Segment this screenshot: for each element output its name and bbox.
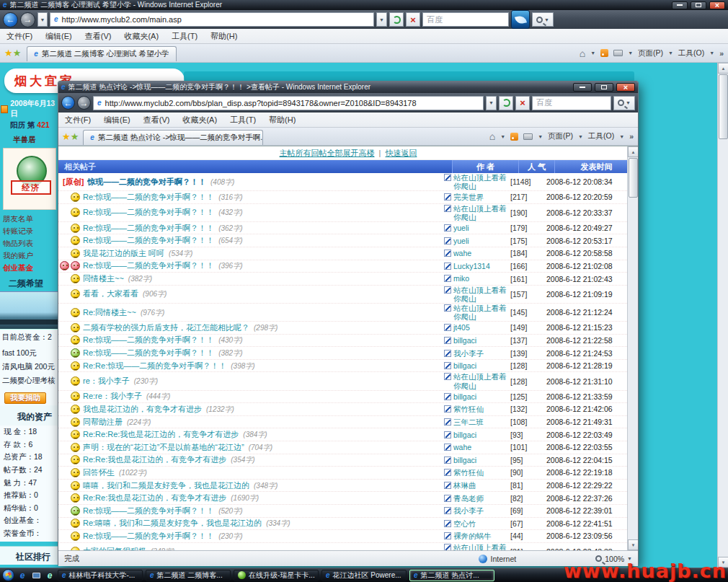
post-title-link[interactable]: re：我小李子(230字) (83, 376, 444, 387)
post-title-link[interactable]: 二频有学校的强力后盾支持，花江怎能相比呢？(298字) (83, 322, 444, 333)
post-title-link[interactable]: Re:Re:惊现——二频的竞争对手啊？！！(398字) (83, 361, 444, 371)
popup-address-dropdown[interactable]: ▼ (486, 96, 497, 110)
post-title-link[interactable]: Re:惊现——二频的竞争对手啊？！！(432字) (83, 207, 444, 218)
author-link[interactable]: 完美世界 (453, 193, 484, 201)
address-dropdown[interactable]: ▼ (376, 12, 387, 27)
feeds-icon[interactable] (600, 49, 608, 57)
post-title-link[interactable]: Re:Re:我也是花江边的，有竞争才有进步(1690字) (83, 493, 444, 503)
popup-maximize-button[interactable] (595, 83, 613, 92)
author-link[interactable]: billgaci (453, 392, 476, 401)
post-title-link[interactable]: Re:惊现——二频的竞争对手啊？！！(430字) (83, 335, 444, 345)
post-title-link[interactable]: Re:惊现——二频的竞争对手啊？！！(396字) (83, 260, 444, 271)
post-title-link[interactable]: 我也是花江边的，有竞争才有进步(1232字) (83, 404, 444, 415)
minimize-button[interactable] (672, 1, 688, 9)
forward-button[interactable]: → (20, 12, 35, 27)
post-title-link[interactable]: 声明：现在的“花江边”不是以前基地的“花江边”(704字) (83, 442, 444, 453)
quick-return-link[interactable]: 快速返回 (385, 148, 417, 159)
sidebar-link-fund[interactable]: 创业基金 (0, 262, 58, 273)
menu-item[interactable]: 帮助(H) (204, 30, 244, 43)
author-link[interactable]: billgaci (453, 361, 476, 370)
post-title-link[interactable]: 惊现——二频的竞争对手啊？！！(408字) (87, 177, 444, 188)
author-link[interactable]: yueli (453, 224, 469, 232)
popup-search-input[interactable]: 百度 (532, 96, 611, 110)
page-menu[interactable]: 页面(P) (548, 131, 573, 141)
scroll-thumb[interactable] (719, 74, 728, 139)
popup-address-bar[interactable]: e http://www.myclub2.com/bbs/plan_disp.a… (93, 96, 484, 110)
menu-item[interactable]: 收藏夹(A) (176, 113, 223, 127)
author-link[interactable]: Lucky1314 (453, 262, 490, 270)
popup-search-go-button[interactable]: ▼ (613, 96, 635, 110)
scroll-up-arrow[interactable]: ▲ (718, 63, 728, 74)
menu-item[interactable]: 编辑(E) (97, 113, 137, 127)
scroll-thumb[interactable] (629, 158, 638, 198)
popup-refresh-button[interactable] (499, 96, 513, 110)
home-icon[interactable]: ⌂ (580, 48, 585, 58)
main-scrollbar[interactable]: ▲ ▼ (717, 63, 728, 568)
home-icon[interactable]: ⌂ (489, 131, 495, 141)
sidebar-link[interactable]: 转账记录 (3, 225, 58, 237)
author-link[interactable]: 青岛老师 (453, 494, 484, 503)
tools-menu[interactable]: 工具(O) (678, 48, 704, 58)
post-title-link[interactable]: Re:惊现——二频的竞争对手啊？！！(382字) (83, 348, 444, 358)
menu-item[interactable]: 收藏夹(A) (117, 30, 165, 43)
author-link[interactable]: billgaci (453, 336, 476, 345)
taskbar-button[interactable]: e花江边社区 Powere... (321, 570, 407, 581)
search-go-button[interactable]: ▼ (532, 12, 554, 27)
popup-tab[interactable]: e 第二频道 热点讨论 ->惊现——二频的竞争对手啊... (83, 130, 263, 145)
scroll-up-arrow[interactable]: ▲ (628, 146, 638, 157)
post-title-link[interactable]: Re:Re:Re:我也是花江边的，有竞争才有进步(384字) (83, 429, 444, 440)
post-title-link[interactable]: Re:嘻嘻，我们和二频是友好竞争，我也是花江边的(334字) (83, 518, 444, 529)
refresh-button[interactable] (389, 12, 404, 27)
main-tab[interactable]: e 第二频道 二频博客 心理测试 希望小学 (27, 46, 176, 61)
print-icon[interactable] (613, 50, 623, 56)
author-link[interactable]: 三年二班 (453, 418, 484, 426)
home-dropdown[interactable]: ▼ (590, 50, 595, 56)
popup-stop-button[interactable]: × (515, 96, 530, 110)
post-title-link[interactable]: Re:惊现——二频的竞争对手啊？！！(316字) (83, 192, 444, 203)
menu-item[interactable]: 文件(F) (58, 113, 97, 127)
post-title-link[interactable]: 同帮助注册(224字) (83, 417, 444, 428)
search-input[interactable]: 百度 (422, 12, 509, 27)
scroll-down-arrow[interactable]: ▼ (628, 539, 638, 550)
post-title-link[interactable]: Re:惊现——二频的竞争对手啊？！！(362字) (83, 223, 444, 234)
author-link[interactable]: 站在山顶上看着你爬山 (453, 173, 509, 190)
menu-item[interactable]: 查看(V) (79, 30, 118, 43)
author-link[interactable]: billgaci (453, 431, 476, 439)
author-link[interactable]: 空心竹 (453, 519, 476, 528)
author-link[interactable]: miko (453, 274, 469, 283)
author-link[interactable]: 站在山顶上看着你爬山 (453, 543, 509, 550)
quicklaunch-browser-icon[interactable]: e (44, 570, 56, 581)
author-link[interactable]: wahe (453, 249, 471, 257)
author-link[interactable]: 站在山顶上看着你爬山 (453, 372, 509, 389)
taskbar-button[interactable]: e桂林电子科技大学-... (58, 570, 143, 581)
author-link[interactable]: 紫竹狂仙 (453, 405, 484, 413)
post-title-link[interactable]: Re:惊现——二频的竞争对手啊？！！(230字) (83, 531, 444, 542)
more-tools-chevron[interactable]: » (719, 49, 724, 58)
author-link[interactable]: billgaci (453, 456, 476, 464)
author-link[interactable]: 我小李子 (453, 506, 484, 515)
menu-item[interactable]: 工具(T) (165, 30, 204, 43)
menu-item[interactable]: 编辑(E) (39, 30, 79, 43)
favorites-star-icon[interactable]: ★ (62, 132, 71, 141)
author-link[interactable]: 我小李子 (453, 349, 484, 358)
start-button[interactable] (2, 569, 14, 581)
feeds-icon[interactable] (510, 133, 518, 141)
post-title-link[interactable]: 我是花江边的版主 呵呵(534字) (83, 248, 444, 259)
add-favorite-icon[interactable]: ★ (13, 48, 22, 58)
sidebar-link[interactable]: 朋友名单 (3, 213, 58, 225)
favorites-star-icon[interactable]: ★ (4, 48, 13, 58)
page-menu[interactable]: 页面(P) (638, 48, 663, 58)
post-title-link[interactable]: 看看，大家看看(906字) (83, 288, 444, 299)
author-link[interactable]: yueli (453, 237, 469, 245)
stop-button[interactable]: × (406, 12, 420, 27)
post-title-link[interactable]: 嘻嘻，我们和二频是友好竞争，我也是花江边的(348字) (83, 480, 444, 491)
post-title-link[interactable]: 回答怀生(1022字) (83, 467, 444, 478)
post-title-link[interactable]: 大家的回复很积极(348字) (83, 546, 444, 550)
author-link[interactable]: 紫竹狂仙 (453, 468, 484, 477)
popup-scrollbar[interactable]: ▲ ▼ (627, 146, 638, 550)
tools-menu[interactable]: 工具(O) (588, 131, 614, 141)
author-link[interactable]: 林琳曲 (453, 481, 476, 490)
print-icon[interactable] (523, 133, 533, 140)
menu-item[interactable]: 文件(F) (0, 30, 39, 43)
maximize-button[interactable] (691, 1, 706, 9)
